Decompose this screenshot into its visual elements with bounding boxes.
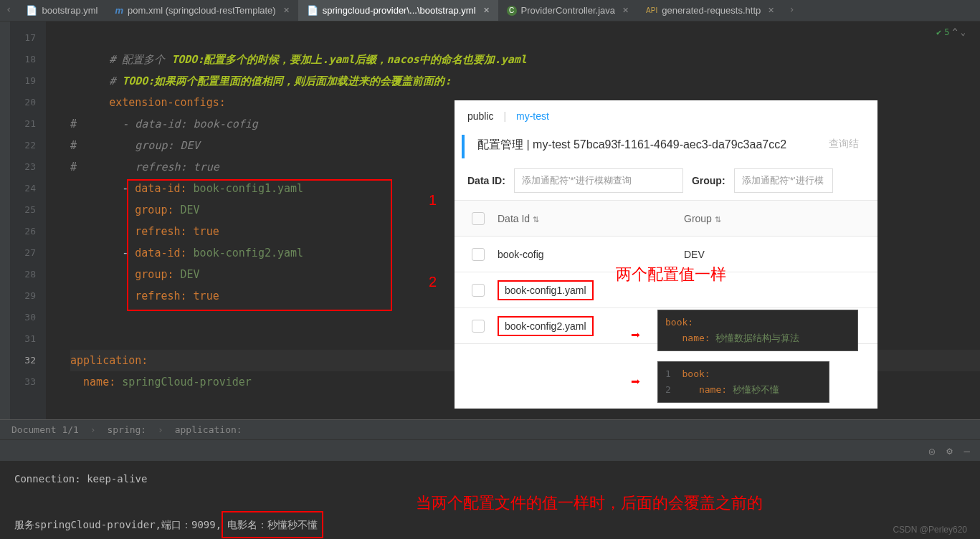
target-icon[interactable]: ◎ [929, 445, 935, 457]
gear-icon[interactable]: ⚙ [946, 445, 952, 457]
tab-http[interactable]: API generated-requests.http ✕ [637, 0, 783, 21]
line-no: 22 [10, 135, 36, 156]
title-text: 配置管理 [477, 138, 523, 151]
chevron-right-icon: › [158, 424, 163, 435]
annotation-text: 当两个配置文件的值一样时，后面的会覆盖之前的 [416, 492, 763, 514]
comment: # 配置多个 [109, 53, 171, 66]
dataid-input[interactable]: 添加通配符'*'进行模糊查询 [514, 168, 683, 193]
yaml-key: group [135, 139, 167, 152]
yaml-value: book-config1.yaml [194, 182, 304, 195]
todo: TODO:如果两个配置里面的值相同，则后面加载进来的会覆盖前面的: [122, 75, 451, 87]
tab-label: bootstrap.yml [42, 5, 97, 16]
close-icon[interactable]: ✕ [283, 6, 290, 15]
breadcrumb-item[interactable]: Document 1/1 [11, 424, 79, 435]
yaml-key: group [135, 204, 167, 216]
cell-dataid: book-cofig [498, 249, 684, 260]
gutter: 17 18 19 20 21 22 23 24 25 26 27 28 29 3… [10, 22, 46, 419]
maven-icon: m [115, 5, 123, 16]
col-dataid[interactable]: Data Id⇅ [498, 213, 684, 224]
separator: | [503, 110, 506, 122]
breadcrumb: Document 1/1 › spring: › application: [0, 419, 980, 439]
line-no: 17 [10, 27, 36, 49]
breadcrumb-item[interactable]: spring: [107, 424, 146, 435]
panel-title: 配置管理 | my-test 57bca93f-1161-4649-aec3-d… [462, 135, 872, 158]
line-no: 28 [10, 264, 36, 285]
table-header: Data Id⇅ Group⇅ [455, 201, 877, 237]
line-no: 31 [10, 328, 36, 350]
tab-scroll-left-icon[interactable]: ‹ [0, 0, 17, 21]
close-icon[interactable]: ✕ [768, 6, 774, 15]
console-line: Connection: keep-alive [14, 468, 966, 490]
cell-group: DEV [684, 249, 877, 260]
close-icon[interactable]: ✕ [483, 6, 490, 15]
yaml-value: true [194, 290, 219, 302]
bottom-toolbar: ◎ ⚙ — [0, 439, 980, 461]
yaml-value: true [194, 161, 219, 173]
annotation-number: 1 [429, 192, 437, 209]
annotation-text: 两个配置值一样 [616, 264, 726, 285]
checkbox[interactable] [472, 284, 485, 297]
line-no: 23 [10, 156, 36, 178]
hash: # [70, 161, 77, 173]
namespace-id: my-test 57bca93f-1161-4649-aec3-da79c3aa… [533, 138, 786, 151]
code-tooltip: book: name: 秒懂数据结构与算法 [657, 310, 858, 351]
line-no: 29 [10, 285, 36, 307]
breadcrumb-item[interactable]: application: [175, 424, 242, 435]
minus-icon[interactable]: — [964, 445, 970, 457]
line-no: 26 [10, 221, 36, 242]
arrow-icon: ➡ [631, 373, 640, 391]
filter-row: Data ID: 添加通配符'*'进行模糊查询 Group: 添加通配符'*'进… [455, 168, 877, 200]
api-icon: API [646, 6, 657, 14]
console-output: Connection: keep-alive 服务springCloud-pro… [0, 461, 980, 529]
tab-pom[interactable]: m pom.xml (springcloud-restTemplate) ✕ [106, 0, 298, 21]
line-no: 25 [10, 199, 36, 221]
yaml-value: book-config2.yaml [194, 247, 304, 259]
yaml-key: refresh [135, 290, 180, 302]
yaml-key: data-id [135, 118, 180, 130]
separator: | [526, 138, 533, 151]
line-no: 33 [10, 371, 36, 393]
class-icon: C [507, 6, 517, 16]
yaml-value: DEV [181, 204, 200, 216]
yaml-key: data-id [135, 182, 180, 195]
group-label: Group: [692, 175, 726, 186]
yaml-key: name [83, 376, 109, 388]
checkbox[interactable] [472, 320, 485, 333]
line-no: 24 [10, 178, 36, 199]
col-group[interactable]: Group⇅ [684, 213, 877, 224]
tab-provider-bootstrap[interactable]: 📄 springcloud-provider\...\bootstrap.yml… [298, 0, 498, 21]
yaml-value: true [194, 225, 219, 238]
yaml-key: refresh [135, 225, 180, 238]
ns-tab-public[interactable]: public [467, 110, 494, 122]
file-icon: 📄 [307, 5, 318, 16]
close-icon[interactable]: ✕ [622, 6, 629, 15]
code-tooltip: 1 book: 2 name: 秒懂秒不懂 [657, 361, 829, 403]
annotation-number: 2 [429, 274, 437, 290]
tab-label: pom.xml (springcloud-restTemplate) [128, 5, 276, 16]
arrow-icon: ➡ [631, 326, 640, 344]
tab-provider-controller[interactable]: C ProviderController.java ✕ [498, 0, 638, 21]
hash: # [70, 118, 77, 130]
cell-dataid: book-config2.yaml [498, 316, 684, 336]
watermark: CSDN @Perley620 [893, 525, 967, 535]
yaml-value: DEV [181, 268, 200, 281]
yaml-value: book-cofig [194, 118, 258, 130]
tool-window-bar[interactable] [0, 22, 10, 419]
tab-bootstrap[interactable]: 📄 bootstrap.yml [17, 0, 106, 21]
tab-scroll-right-icon[interactable]: › [783, 0, 800, 21]
chevron-right-icon: › [90, 424, 96, 435]
checkbox-all[interactable] [472, 212, 485, 225]
line-no: 20 [10, 92, 36, 113]
checkbox[interactable] [472, 248, 485, 261]
dataid-label: Data ID: [467, 175, 505, 186]
yaml-key: refresh [135, 161, 180, 173]
line-no: 18 [10, 49, 36, 70]
todo: nacos [387, 53, 419, 66]
line-no: 21 [10, 113, 36, 135]
tab-label: ProviderController.java [521, 5, 616, 16]
group-input[interactable]: 添加通配符'*'进行模 [734, 168, 833, 193]
todo: 中的命名也要加.yaml [419, 53, 527, 66]
ns-tab-mytest[interactable]: my-test [516, 110, 549, 122]
todo: TODO:配置多个的时候，要加上.yaml后缀， [171, 53, 386, 66]
file-icon: 📄 [26, 5, 37, 16]
